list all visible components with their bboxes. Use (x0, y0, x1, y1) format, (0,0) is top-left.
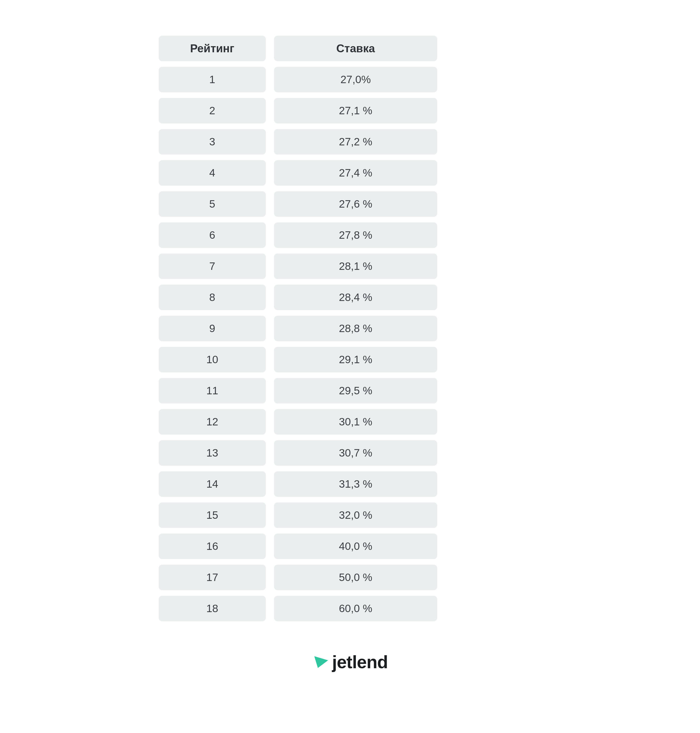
brand-logo: jetlend (312, 652, 388, 672)
cell-rate: 28,8 % (274, 316, 437, 341)
cell-rating: 15 (159, 502, 266, 528)
table-row: 8 28,4 % (159, 285, 541, 310)
cell-rating: 18 (159, 596, 266, 621)
table-row: 15 32,0 % (159, 502, 541, 528)
cell-rate: 40,0 % (274, 533, 437, 559)
cell-rate: 27,2 % (274, 129, 437, 154)
table-row: 13 30,7 % (159, 440, 541, 466)
cell-rating: 12 (159, 409, 266, 435)
cell-rate: 27,4 % (274, 160, 437, 186)
cell-rate: 28,1 % (274, 254, 437, 279)
header-rating: Рейтинг (159, 36, 266, 61)
cell-rate: 32,0 % (274, 502, 437, 528)
table-row: 7 28,1 % (159, 254, 541, 279)
cell-rate: 29,1 % (274, 347, 437, 372)
cell-rating: 6 (159, 222, 266, 248)
table-row: 18 60,0 % (159, 596, 541, 621)
cell-rating: 10 (159, 347, 266, 372)
cell-rating: 5 (159, 191, 266, 217)
cell-rating: 7 (159, 254, 266, 279)
cell-rating: 16 (159, 533, 266, 559)
table-header-row: Рейтинг Ставка (159, 36, 541, 61)
cell-rating: 11 (159, 378, 266, 404)
cell-rate: 27,8 % (274, 222, 437, 248)
table-row: 9 28,8 % (159, 316, 541, 341)
cell-rate: 29,5 % (274, 378, 437, 404)
table-row: 12 30,1 % (159, 409, 541, 435)
cell-rating: 1 (159, 67, 266, 93)
table-row: 3 27,2 % (159, 129, 541, 154)
cell-rate: 30,1 % (274, 409, 437, 435)
cell-rating: 4 (159, 160, 266, 186)
cell-rate: 27,6 % (274, 191, 437, 217)
cell-rating: 14 (159, 472, 266, 497)
cell-rate: 31,3 % (274, 472, 437, 497)
table-row: 4 27,4 % (159, 160, 541, 186)
table-row: 6 27,8 % (159, 222, 541, 248)
table-row: 14 31,3 % (159, 472, 541, 497)
cell-rating: 13 (159, 440, 266, 466)
cell-rate: 27,0% (274, 67, 437, 93)
table-row: 1 27,0% (159, 67, 541, 93)
cell-rate: 30,7 % (274, 440, 437, 466)
logo-triangle-icon (312, 653, 330, 671)
cell-rating: 9 (159, 316, 266, 341)
cell-rate: 27,1 % (274, 98, 437, 123)
cell-rating: 2 (159, 98, 266, 123)
table-row: 10 29,1 % (159, 347, 541, 372)
table-row: 16 40,0 % (159, 533, 541, 559)
table-row: 2 27,1 % (159, 98, 541, 123)
cell-rate: 50,0 % (274, 565, 437, 590)
header-rate: Ставка (274, 36, 437, 61)
brand-name: jetlend (332, 652, 388, 672)
table-row: 5 27,6 % (159, 191, 541, 217)
table-row: 11 29,5 % (159, 378, 541, 404)
cell-rate: 28,4 % (274, 285, 437, 310)
cell-rating: 17 (159, 565, 266, 590)
cell-rating: 3 (159, 129, 266, 154)
cell-rate: 60,0 % (274, 596, 437, 621)
table-row: 17 50,0 % (159, 565, 541, 590)
rates-table: Рейтинг Ставка 1 27,0% 2 27,1 % 3 27,2 %… (159, 36, 541, 621)
cell-rating: 8 (159, 285, 266, 310)
